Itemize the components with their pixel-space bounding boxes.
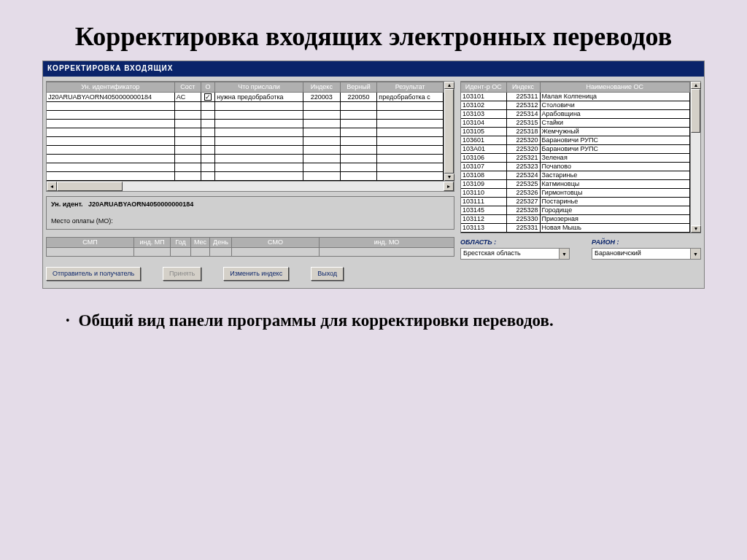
dropdown-icon[interactable]: ▼	[690, 249, 700, 259]
col-sent[interactable]: Что прислали	[215, 82, 303, 93]
mh-ind-mo: инд. МО	[320, 238, 454, 247]
detail-id-value: J20ARUABYAORN4050000000184	[88, 201, 193, 208]
scroll-up-icon[interactable]: ▴	[691, 82, 701, 89]
cell-os-id: 103104	[461, 119, 506, 128]
cell-os-name: Жемчужный	[540, 128, 690, 136]
cell-check[interactable]: ✓	[201, 93, 214, 102]
cell-os-index: 225315	[506, 119, 540, 128]
scroll-right-icon[interactable]: ▸	[444, 182, 454, 191]
cell-os-name: Почапово	[540, 163, 690, 171]
cell-os-id: 103112	[461, 215, 506, 224]
right-grid-row[interactable]: 103113225331Новая Мышь	[461, 224, 690, 233]
right-grid-row[interactable]: 103145225328Городище	[461, 206, 690, 215]
scroll-down-icon[interactable]: ▾	[691, 225, 701, 233]
right-grid-header-row: Идент-р ОС Индекс Наименование ОС	[461, 82, 690, 93]
cell-os-index: 225331	[506, 224, 540, 233]
right-grid-row[interactable]: 103102225312Столовичи	[461, 101, 690, 110]
mini-grid-row[interactable]	[46, 248, 454, 257]
app-window: КОРРЕКТИРОВКА ВХОДЯЩИХ Ун. идентификатор	[42, 61, 705, 289]
right-grid-row[interactable]: 103106225321Зеленая	[461, 154, 690, 163]
bullet-text: Общий вид панели программы для корректир…	[79, 311, 554, 332]
cell-os-id: 103101	[461, 93, 506, 101]
col-state[interactable]: Сост	[174, 82, 201, 93]
cell-os-id: 103113	[461, 224, 506, 233]
right-grid-row[interactable]: 103110225326Гирмонтовцы	[461, 189, 690, 198]
right-grid-row[interactable]: 103101225311Малая Колпеница	[461, 93, 690, 101]
right-grid-row[interactable]: 103105225318Жемчужный	[461, 128, 690, 136]
cell-os-index: 225320	[506, 136, 540, 145]
detail-panel: Ун. идент. J20ARUABYAORN4050000000184 Ме…	[46, 196, 454, 230]
right-grid-row[interactable]: 103601225320Барановичи РУПС	[461, 136, 690, 145]
right-grid-row[interactable]: 103111225327Постаринье	[461, 198, 690, 206]
cell-os-index: 225311	[506, 93, 540, 101]
col-os-name[interactable]: Наименование ОС	[540, 82, 690, 93]
cell-os-id: 103106	[461, 154, 506, 163]
cell-index: 220003	[303, 93, 340, 102]
cell-os-id: 103108	[461, 171, 506, 180]
detail-id-label: Ун. идент.	[51, 201, 83, 208]
region-label: ОБЛАСТЬ :	[460, 239, 570, 246]
change-index-button[interactable]: Изменить индекс	[223, 267, 289, 281]
col-index[interactable]: Индекс	[303, 82, 340, 93]
col-check[interactable]: О	[201, 82, 214, 93]
sender-receiver-button[interactable]: Отправитель и получатель	[46, 267, 141, 281]
col-os-id[interactable]: Идент-р ОС	[461, 82, 506, 93]
scroll-up-icon[interactable]: ▴	[444, 82, 454, 89]
mh-smp: СМП	[47, 238, 134, 247]
cell-os-id: 103103	[461, 110, 506, 119]
cell-os-id: 103109	[461, 180, 506, 189]
cell-os-index: 225314	[506, 110, 540, 119]
detail-mo-label: Место оплаты (МО):	[51, 218, 449, 225]
district-combo[interactable]: Барановичский ▼	[592, 248, 701, 260]
region-combo[interactable]: Брестская область ▼	[460, 248, 570, 260]
scroll-left-icon[interactable]: ◂	[47, 182, 57, 191]
cell-os-name: Гирмонтовцы	[540, 189, 690, 198]
right-grid-row[interactable]: 103109225325Катминовцы	[461, 180, 690, 189]
mh-smo: СМО	[232, 238, 320, 247]
cell-os-index: 225326	[506, 189, 540, 198]
cell-os-index: 225318	[506, 128, 540, 136]
right-grid-row[interactable]: 103103225314Арабовщина	[461, 110, 690, 119]
right-grid-row[interactable]: 103A01225320Барановичи РУПС	[461, 145, 690, 154]
col-os-index[interactable]: Индекс	[506, 82, 540, 93]
mh-year: Год	[171, 238, 191, 247]
cell-os-index: 225321	[506, 154, 540, 163]
dropdown-icon[interactable]: ▼	[559, 249, 569, 259]
cell-os-id: 103111	[461, 198, 506, 206]
app-titlebar: КОРРЕКТИРОВКА ВХОДЯЩИХ	[43, 61, 704, 77]
cell-os-id: 103601	[461, 136, 506, 145]
right-grid-vscroll[interactable]: ▴ ▾	[690, 82, 700, 233]
slide-title: Корректировка входящих электронных перев…	[0, 0, 747, 58]
cell-os-name: Застаринье	[540, 171, 690, 180]
left-grid-header-row: Ун. идентификатор Сост О Что прислали Ин…	[47, 82, 444, 93]
col-correct[interactable]: Верный	[340, 82, 377, 93]
col-identifier[interactable]: Ун. идентификатор	[47, 82, 174, 93]
cell-os-index: 225324	[506, 171, 540, 180]
right-grid-row[interactable]: 103112225330Приозерная	[461, 215, 690, 224]
right-grid-row[interactable]: 103107225323Почапово	[461, 163, 690, 171]
left-grid-vscroll[interactable]: ▴ ▾	[444, 82, 454, 181]
bullet-icon: •	[66, 311, 70, 331]
left-grid[interactable]: Ун. идентификатор Сост О Что прислали Ин…	[46, 81, 454, 192]
mh-month: Мес	[191, 238, 210, 247]
region-value: Брестская область	[461, 249, 559, 259]
scroll-down-icon[interactable]: ▾	[444, 174, 454, 181]
left-grid-hscroll[interactable]: ◂ ▸	[47, 181, 454, 191]
cell-os-id: 103110	[461, 189, 506, 198]
right-grid[interactable]: Идент-р ОС Индекс Наименование ОС 103101…	[460, 81, 701, 233]
cell-os-index: 225323	[506, 163, 540, 171]
accept-button[interactable]: Принять	[163, 267, 201, 281]
cell-identifier: J20ARUABYAORN4050000000184	[47, 93, 174, 102]
cell-os-name: Барановичи РУПС	[540, 145, 690, 154]
mh-day: День	[210, 238, 232, 247]
right-grid-row[interactable]: 103104225315Стайки	[461, 119, 690, 128]
left-grid-row[interactable]: J20ARUABYAORN4050000000184 AC ✓ нужна пр…	[47, 93, 444, 102]
cell-result: предобработка с	[377, 93, 444, 102]
col-result[interactable]: Результат	[377, 82, 444, 93]
mh-ind-mp: инд. МП	[134, 238, 171, 247]
cell-os-name: Новая Мышь	[540, 224, 690, 233]
cell-os-name: Приозерная	[540, 215, 690, 224]
cell-os-name: Малая Колпеница	[540, 93, 690, 101]
exit-button[interactable]: Выход	[311, 267, 344, 281]
right-grid-row[interactable]: 103108225324Застаринье	[461, 171, 690, 180]
